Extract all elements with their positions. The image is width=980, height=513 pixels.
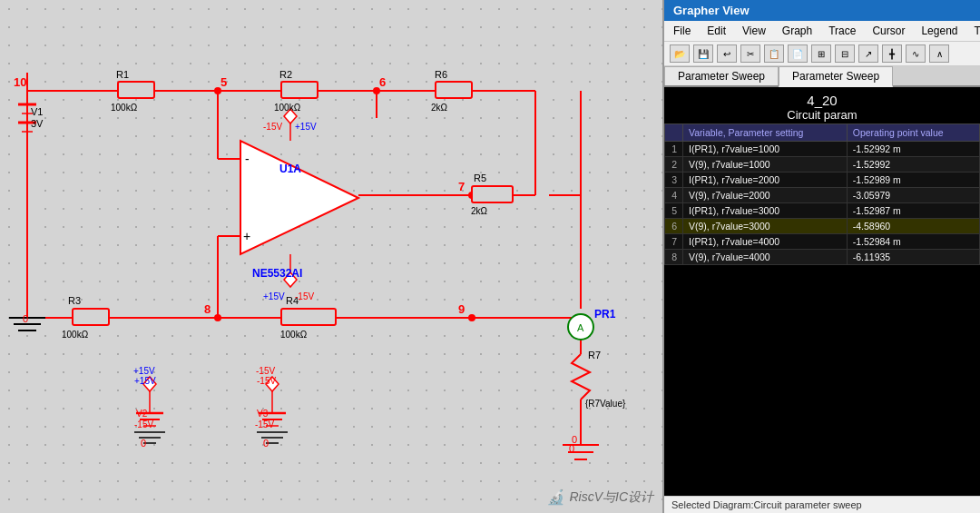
svg-rect-38 — [118, 82, 154, 98]
menu-graph[interactable]: Graph — [779, 23, 816, 39]
tab-param-sweep-2[interactable]: Parameter Sweep — [779, 66, 893, 87]
row-val: -3.05979 — [847, 188, 979, 203]
svg-text:0: 0 — [141, 438, 146, 449]
toolbar-btn-cut[interactable]: ✂ — [740, 44, 760, 63]
tab-param-sweep-1[interactable]: Parameter Sweep — [664, 66, 779, 85]
svg-text:-15V: -15V — [256, 366, 275, 376]
table-row: 5 I(PR1), r7value=3000 -1.52987 m — [665, 203, 980, 219]
row-val: -1.52989 m — [847, 173, 979, 188]
svg-rect-43 — [472, 186, 513, 202]
menu-trace[interactable]: Trace — [825, 23, 859, 39]
row-val: -1.52984 m — [847, 234, 979, 250]
svg-text:8: 8 — [204, 302, 211, 316]
row-num: 4 — [665, 188, 683, 203]
grapher-status: Selected Diagram:Circuit parameter sweep — [664, 496, 980, 513]
row-num: 2 — [665, 157, 683, 173]
table-row: 2 V(9), r7value=1000 -1.52992 — [665, 157, 980, 173]
table-row: 1 I(PR1), r7value=1000 -1.52992 m — [665, 142, 980, 157]
svg-text:5: 5 — [220, 75, 227, 89]
menu-tools[interactable]: Tool — [970, 23, 980, 39]
menu-edit[interactable]: Edit — [703, 23, 730, 39]
row-num: 1 — [665, 142, 683, 157]
svg-marker-48 — [240, 141, 358, 254]
col-var-header: Variable, Parameter setting — [683, 124, 848, 142]
row-var: V(9), r7value=2000 — [683, 188, 848, 203]
row-val: -4.58960 — [847, 219, 979, 234]
svg-text:NE5532AI: NE5532AI — [252, 267, 302, 280]
row-num: 5 — [665, 203, 683, 219]
svg-text:R1: R1 — [116, 69, 129, 80]
svg-text:V1: V1 — [31, 106, 43, 117]
grapher-panel: Grapher View File Edit View Graph Trace … — [662, 0, 980, 513]
table-row: 3 I(PR1), r7value=2000 -1.52989 m — [665, 173, 980, 188]
svg-text:R7: R7 — [588, 350, 601, 360]
schematic-area: - + A 10 — [0, 0, 662, 513]
toolbar-btn-cursor[interactable]: ╋ — [882, 44, 902, 63]
row-var: I(PR1), r7value=2000 — [683, 173, 848, 188]
toolbar-btn-cur2[interactable]: ∿ — [906, 44, 926, 63]
svg-text:100kΩ: 100kΩ — [62, 330, 89, 340]
graph-header: 4_20 Circuit param — [664, 87, 980, 123]
row-var: V(9), r7value=1000 — [683, 157, 848, 173]
table-row: 4 V(9), r7value=2000 -3.05979 — [665, 188, 980, 203]
svg-text:V3: V3 — [257, 409, 269, 419]
svg-text:-15V: -15V — [134, 419, 153, 429]
toolbar-btn-export[interactable]: ↗ — [858, 44, 878, 63]
toolbar-btn-undo[interactable]: ↩ — [717, 44, 737, 63]
data-table: Variable, Parameter setting Operating po… — [664, 123, 980, 265]
svg-text:-15V: -15V — [263, 122, 282, 132]
svg-text:-15V: -15V — [295, 291, 314, 301]
svg-rect-39 — [281, 82, 318, 98]
row-val: -1.52987 m — [847, 203, 979, 219]
row-val: -1.52992 m — [847, 142, 979, 157]
col-num-header — [665, 124, 683, 142]
svg-rect-42 — [281, 309, 336, 325]
toolbar-btn-paste[interactable]: 📄 — [788, 44, 808, 63]
grapher-tabs: Parameter Sweep Parameter Sweep — [664, 66, 980, 87]
row-num: 3 — [665, 173, 683, 188]
watermark: 🔬 RiscV与IC设计 — [547, 488, 653, 506]
menu-view[interactable]: View — [739, 23, 769, 39]
svg-text:R2: R2 — [279, 69, 292, 80]
svg-text:0: 0 — [23, 313, 28, 324]
svg-text:+15V: +15V — [134, 376, 156, 386]
menu-legend[interactable]: Legend — [917, 23, 961, 39]
row-var: V(9), r7value=4000 — [683, 250, 848, 265]
svg-text:10: 10 — [14, 75, 26, 89]
svg-text:+: + — [243, 229, 250, 243]
menu-file[interactable]: File — [670, 23, 694, 39]
menu-cursor[interactable]: Cursor — [868, 23, 908, 39]
svg-text:-: - — [245, 152, 250, 166]
row-num: 7 — [665, 234, 683, 250]
table-row: 7 I(PR1), r7value=4000 -1.52984 m — [665, 234, 980, 250]
svg-text:2kΩ: 2kΩ — [471, 206, 488, 216]
svg-text:100kΩ: 100kΩ — [274, 103, 301, 113]
toolbar-btn-copy[interactable]: 📋 — [764, 44, 784, 63]
svg-rect-40 — [436, 82, 472, 98]
svg-text:PR1: PR1 — [594, 308, 616, 321]
toolbar-btn-grid2[interactable]: ⊟ — [835, 44, 855, 63]
row-num: 6 — [665, 219, 683, 234]
svg-text:+15V: +15V — [295, 122, 317, 132]
toolbar-btn-save[interactable]: 💾 — [693, 44, 713, 63]
grapher-toolbar: 📂 💾 ↩ ✂ 📋 📄 ⊞ ⊟ ↗ ╋ ∿ ∧ — [664, 42, 980, 66]
toolbar-btn-grid[interactable]: ⊞ — [811, 44, 831, 63]
grapher-content: 4_20 Circuit param Variable, Parameter s… — [664, 87, 980, 496]
svg-text:0: 0 — [263, 438, 269, 449]
toolbar-btn-cur3[interactable]: ∧ — [929, 44, 949, 63]
svg-text:100kΩ: 100kΩ — [111, 103, 138, 113]
row-val: -1.52992 — [847, 157, 979, 173]
svg-rect-41 — [73, 309, 109, 325]
row-num: 8 — [665, 250, 683, 265]
graph-title-line2: Circuit param — [668, 108, 976, 122]
svg-text:9: 9 — [458, 302, 465, 316]
row-var: I(PR1), r7value=4000 — [683, 234, 848, 250]
row-var: I(PR1), r7value=3000 — [683, 203, 848, 219]
svg-text:0: 0 — [572, 434, 577, 445]
svg-text:3V: 3V — [31, 118, 44, 129]
svg-text:6: 6 — [379, 75, 386, 89]
svg-text:{R7Value}: {R7Value} — [585, 399, 626, 409]
svg-text:+15V: +15V — [263, 291, 285, 301]
toolbar-btn-open[interactable]: 📂 — [670, 44, 690, 63]
svg-text:R3: R3 — [68, 295, 81, 306]
